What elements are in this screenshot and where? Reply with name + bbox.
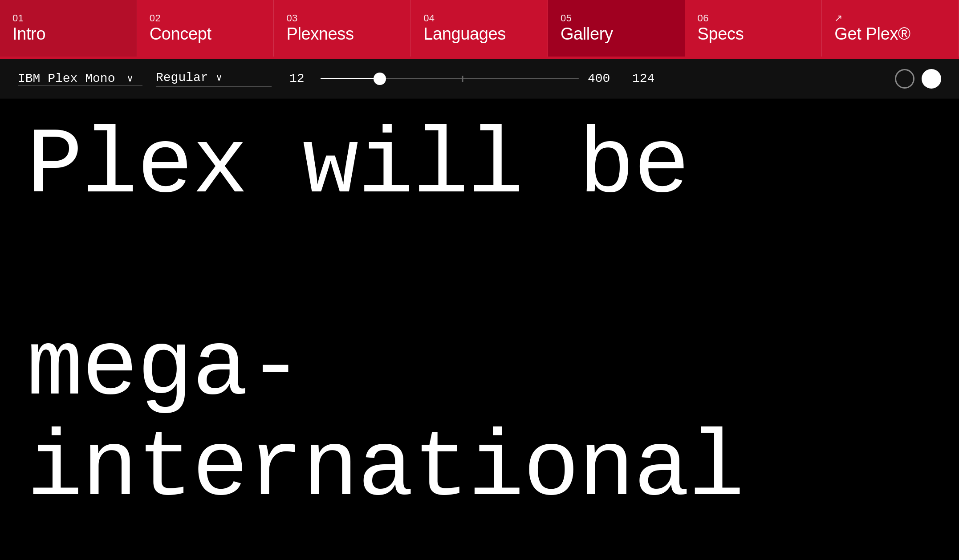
line-height-value: 124 [632, 72, 668, 85]
slider-tick [462, 76, 463, 82]
nav-label-specs: Specs [698, 24, 809, 45]
font-family-select[interactable]: IBM Plex Mono ∨ [18, 72, 142, 86]
main-content: Plex will be mega- international [0, 98, 959, 547]
slider-fill [321, 78, 380, 79]
display-text-line1: Plex will be [27, 114, 689, 219]
nav-num-get-plex: ↗ [834, 12, 946, 24]
font-style-select[interactable]: Regular ∨ [156, 71, 272, 87]
font-style-chevron-icon: ∨ [215, 72, 223, 83]
theme-toggle-filled[interactable] [922, 69, 941, 89]
theme-toggle-outline[interactable] [895, 69, 914, 89]
nav-item-specs[interactable]: 06 Specs [685, 0, 822, 57]
nav-item-languages[interactable]: 04 Languages [411, 0, 548, 57]
display-text: Plex will be mega- international [27, 116, 932, 520]
nav-item-gallery[interactable]: 05 Gallery [548, 0, 685, 57]
nav-num-intro: 01 [12, 12, 124, 24]
font-family-chevron-icon: ∨ [126, 73, 134, 84]
toolbar: IBM Plex Mono ∨ Regular ∨ 12 400 124 [0, 59, 959, 98]
nav-label-get-plex: Get Plex® [834, 24, 946, 45]
font-weight-value: 400 [588, 72, 623, 85]
toolbar-right-controls [895, 69, 941, 89]
nav-num-languages: 04 [423, 12, 535, 24]
nav-label-plexness: Plexness [286, 24, 398, 45]
font-family-label: IBM Plex Mono [18, 72, 115, 85]
font-size-slider-track[interactable] [321, 78, 579, 79]
nav-item-plexness[interactable]: 03 Plexness [274, 0, 411, 57]
font-size-value: 12 [289, 72, 312, 85]
nav-num-specs: 06 [698, 12, 809, 24]
display-text-line2: mega- [27, 316, 303, 422]
nav-label-intro: Intro [12, 24, 124, 45]
display-text-line3: international [27, 416, 744, 522]
nav-num-plexness: 03 [286, 12, 398, 24]
nav-label-concept: Concept [150, 24, 261, 45]
nav-item-concept[interactable]: 02 Concept [137, 0, 274, 57]
font-style-label: Regular [156, 71, 208, 85]
font-size-control: 12 400 124 [289, 72, 895, 85]
nav-item-get-plex[interactable]: ↗ Get Plex® [822, 0, 959, 57]
nav-label-languages: Languages [423, 24, 535, 45]
nav-label-gallery: Gallery [561, 24, 672, 45]
main-navigation: 01 Intro 02 Concept 03 Plexness 04 Langu… [0, 0, 959, 57]
slider-thumb[interactable] [374, 73, 386, 85]
nav-num-gallery: 05 [561, 12, 672, 24]
nav-item-intro[interactable]: 01 Intro [0, 0, 137, 57]
nav-num-concept: 02 [150, 12, 261, 24]
